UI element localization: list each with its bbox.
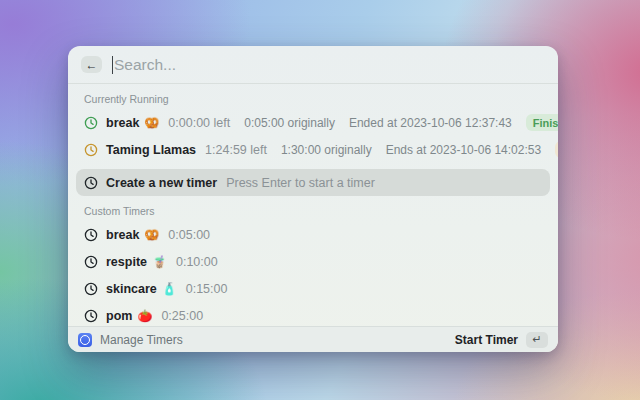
clock-icon [84, 176, 98, 190]
timer-app-icon [78, 333, 92, 347]
custom-timer-row-respite[interactable]: respite 🧋 0:10:00 [76, 248, 550, 275]
timer-emoji: 🧋 [152, 255, 167, 269]
timer-list: Currently Running break 🥨 0:00:00 left 0… [68, 84, 558, 352]
timer-name: break [106, 228, 139, 242]
status-badge: Finished! [526, 114, 558, 131]
text-cursor [112, 56, 113, 74]
custom-timer-row-pom[interactable]: pom 🍅 0:25:00 [76, 302, 550, 329]
clock-icon [84, 255, 98, 269]
end-time: Ended at 2023-10-06 12:37:43 [349, 116, 512, 130]
search-bar: ← Search... [68, 46, 558, 84]
timer-name: pom [106, 309, 132, 323]
time-left: 0:00:00 left [168, 116, 230, 130]
section-title-currently-running: Currently Running [76, 84, 550, 109]
manage-timers-label[interactable]: Manage Timers [100, 333, 183, 347]
timer-emoji: 🥨 [144, 228, 159, 242]
arrow-left-icon: ← [86, 58, 98, 72]
timer-duration: 0:15:00 [186, 282, 228, 296]
create-new-timer-row[interactable]: Create a new timer Press Enter to start … [76, 169, 550, 196]
timer-name: skincare [106, 282, 157, 296]
timer-emoji: 🥨 [144, 116, 159, 130]
clock-icon [84, 116, 98, 130]
original-duration: 0:05:00 originally [244, 116, 335, 130]
time-left: 1:24:59 left [205, 143, 267, 157]
start-timer-button[interactable]: Start Timer [455, 333, 518, 347]
running-timer-row-taming-llamas[interactable]: Taming Llamas 1:24:59 left 1:30:00 origi… [76, 136, 550, 163]
enter-key-icon: ↵ [526, 332, 548, 348]
desktop-background: { "search": { "placeholder": "Search..."… [0, 0, 640, 400]
timer-duration: 0:10:00 [176, 255, 218, 269]
clock-icon [84, 143, 98, 157]
section-title-custom-timers: Custom Timers [76, 196, 550, 221]
running-timer-row-break[interactable]: break 🥨 0:00:00 left 0:05:00 originally … [76, 109, 550, 136]
create-timer-hint: Press Enter to start a timer [226, 176, 375, 190]
timer-duration: 0:05:00 [168, 228, 210, 242]
timer-duration: 0:25:00 [161, 309, 203, 323]
end-time: Ends at 2023-10-06 14:02:53 [386, 143, 541, 157]
original-duration: 1:30:00 originally [281, 143, 372, 157]
status-badge: Running [555, 141, 558, 158]
custom-timer-row-skincare[interactable]: skincare 🧴 0:15:00 [76, 275, 550, 302]
back-button[interactable]: ← [81, 56, 102, 73]
timer-emoji: 🧴 [162, 282, 177, 296]
timer-name: break [106, 116, 139, 130]
clock-icon [84, 228, 98, 242]
timer-name: respite [106, 255, 147, 269]
search-input[interactable]: Search... [114, 56, 176, 74]
custom-timer-row-break[interactable]: break 🥨 0:05:00 [76, 221, 550, 248]
timer-name: Taming Llamas [106, 143, 196, 157]
timer-launcher-window: ← Search... Currently Running break 🥨 0:… [68, 46, 558, 352]
action-bar: Manage Timers Start Timer ↵ [68, 326, 558, 352]
timer-emoji: 🍅 [137, 309, 152, 323]
create-timer-label: Create a new timer [106, 176, 217, 190]
clock-icon [84, 309, 98, 323]
clock-icon [84, 282, 98, 296]
